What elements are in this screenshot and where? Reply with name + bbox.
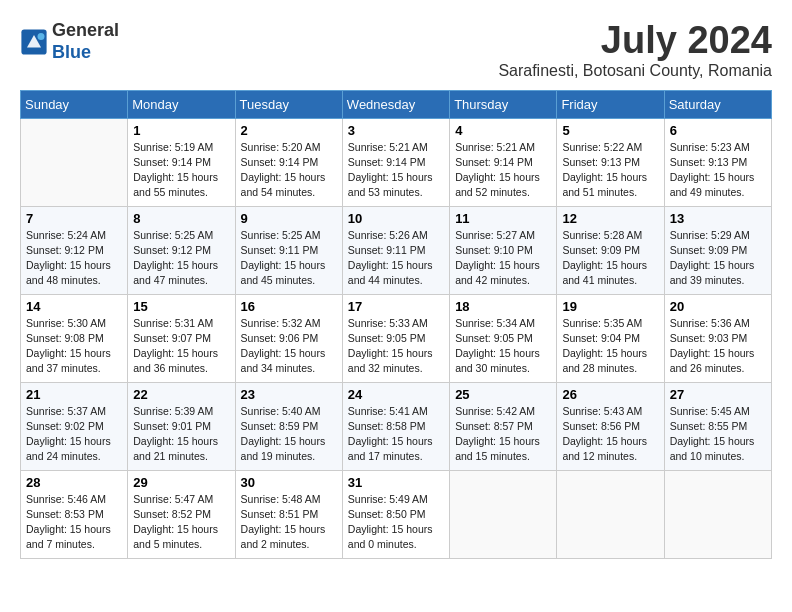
calendar-day-cell: 7Sunrise: 5:24 AM Sunset: 9:12 PM Daylig… (21, 206, 128, 294)
logo: General Blue (20, 20, 119, 63)
calendar-day-cell (557, 470, 664, 558)
calendar-day-cell: 6Sunrise: 5:23 AM Sunset: 9:13 PM Daylig… (664, 118, 771, 206)
calendar-day-cell (450, 470, 557, 558)
day-info: Sunrise: 5:20 AM Sunset: 9:14 PM Dayligh… (241, 140, 337, 201)
calendar-week-row: 28Sunrise: 5:46 AM Sunset: 8:53 PM Dayli… (21, 470, 772, 558)
svg-point-2 (38, 32, 45, 39)
title-area: July 2024 Sarafinesti, Botosani County, … (498, 20, 772, 80)
day-number: 27 (670, 387, 766, 402)
day-info: Sunrise: 5:46 AM Sunset: 8:53 PM Dayligh… (26, 492, 122, 553)
day-number: 8 (133, 211, 229, 226)
logo-general-text: General (52, 20, 119, 40)
location-title: Sarafinesti, Botosani County, Romania (498, 62, 772, 80)
header: General Blue July 2024 Sarafinesti, Boto… (20, 20, 772, 80)
day-number: 13 (670, 211, 766, 226)
day-info: Sunrise: 5:39 AM Sunset: 9:01 PM Dayligh… (133, 404, 229, 465)
calendar-day-cell (664, 470, 771, 558)
day-info: Sunrise: 5:29 AM Sunset: 9:09 PM Dayligh… (670, 228, 766, 289)
calendar-day-cell: 23Sunrise: 5:40 AM Sunset: 8:59 PM Dayli… (235, 382, 342, 470)
calendar-body: 1Sunrise: 5:19 AM Sunset: 9:14 PM Daylig… (21, 118, 772, 558)
day-number: 18 (455, 299, 551, 314)
day-number: 11 (455, 211, 551, 226)
weekday-header-cell: Wednesday (342, 90, 449, 118)
day-info: Sunrise: 5:48 AM Sunset: 8:51 PM Dayligh… (241, 492, 337, 553)
weekday-header-cell: Thursday (450, 90, 557, 118)
day-info: Sunrise: 5:27 AM Sunset: 9:10 PM Dayligh… (455, 228, 551, 289)
day-number: 14 (26, 299, 122, 314)
day-info: Sunrise: 5:21 AM Sunset: 9:14 PM Dayligh… (348, 140, 444, 201)
day-number: 25 (455, 387, 551, 402)
calendar-day-cell: 8Sunrise: 5:25 AM Sunset: 9:12 PM Daylig… (128, 206, 235, 294)
calendar-day-cell: 21Sunrise: 5:37 AM Sunset: 9:02 PM Dayli… (21, 382, 128, 470)
day-info: Sunrise: 5:21 AM Sunset: 9:14 PM Dayligh… (455, 140, 551, 201)
calendar-week-row: 14Sunrise: 5:30 AM Sunset: 9:08 PM Dayli… (21, 294, 772, 382)
calendar-day-cell: 10Sunrise: 5:26 AM Sunset: 9:11 PM Dayli… (342, 206, 449, 294)
calendar-day-cell: 17Sunrise: 5:33 AM Sunset: 9:05 PM Dayli… (342, 294, 449, 382)
calendar-day-cell (21, 118, 128, 206)
day-number: 26 (562, 387, 658, 402)
weekday-header-cell: Sunday (21, 90, 128, 118)
calendar-day-cell: 31Sunrise: 5:49 AM Sunset: 8:50 PM Dayli… (342, 470, 449, 558)
day-number: 15 (133, 299, 229, 314)
calendar-week-row: 1Sunrise: 5:19 AM Sunset: 9:14 PM Daylig… (21, 118, 772, 206)
day-number: 12 (562, 211, 658, 226)
day-number: 30 (241, 475, 337, 490)
day-info: Sunrise: 5:40 AM Sunset: 8:59 PM Dayligh… (241, 404, 337, 465)
day-number: 2 (241, 123, 337, 138)
calendar-day-cell: 3Sunrise: 5:21 AM Sunset: 9:14 PM Daylig… (342, 118, 449, 206)
day-info: Sunrise: 5:28 AM Sunset: 9:09 PM Dayligh… (562, 228, 658, 289)
day-number: 29 (133, 475, 229, 490)
day-number: 16 (241, 299, 337, 314)
day-number: 28 (26, 475, 122, 490)
day-info: Sunrise: 5:23 AM Sunset: 9:13 PM Dayligh… (670, 140, 766, 201)
day-info: Sunrise: 5:35 AM Sunset: 9:04 PM Dayligh… (562, 316, 658, 377)
day-number: 20 (670, 299, 766, 314)
day-info: Sunrise: 5:36 AM Sunset: 9:03 PM Dayligh… (670, 316, 766, 377)
day-number: 7 (26, 211, 122, 226)
day-info: Sunrise: 5:43 AM Sunset: 8:56 PM Dayligh… (562, 404, 658, 465)
day-info: Sunrise: 5:31 AM Sunset: 9:07 PM Dayligh… (133, 316, 229, 377)
day-number: 19 (562, 299, 658, 314)
day-info: Sunrise: 5:25 AM Sunset: 9:11 PM Dayligh… (241, 228, 337, 289)
day-info: Sunrise: 5:47 AM Sunset: 8:52 PM Dayligh… (133, 492, 229, 553)
day-info: Sunrise: 5:26 AM Sunset: 9:11 PM Dayligh… (348, 228, 444, 289)
day-number: 17 (348, 299, 444, 314)
day-number: 21 (26, 387, 122, 402)
day-info: Sunrise: 5:22 AM Sunset: 9:13 PM Dayligh… (562, 140, 658, 201)
day-info: Sunrise: 5:41 AM Sunset: 8:58 PM Dayligh… (348, 404, 444, 465)
calendar-day-cell: 22Sunrise: 5:39 AM Sunset: 9:01 PM Dayli… (128, 382, 235, 470)
calendar-day-cell: 19Sunrise: 5:35 AM Sunset: 9:04 PM Dayli… (557, 294, 664, 382)
calendar-day-cell: 29Sunrise: 5:47 AM Sunset: 8:52 PM Dayli… (128, 470, 235, 558)
day-info: Sunrise: 5:25 AM Sunset: 9:12 PM Dayligh… (133, 228, 229, 289)
calendar-day-cell: 28Sunrise: 5:46 AM Sunset: 8:53 PM Dayli… (21, 470, 128, 558)
calendar-day-cell: 14Sunrise: 5:30 AM Sunset: 9:08 PM Dayli… (21, 294, 128, 382)
calendar-day-cell: 24Sunrise: 5:41 AM Sunset: 8:58 PM Dayli… (342, 382, 449, 470)
calendar-day-cell: 27Sunrise: 5:45 AM Sunset: 8:55 PM Dayli… (664, 382, 771, 470)
calendar-day-cell: 5Sunrise: 5:22 AM Sunset: 9:13 PM Daylig… (557, 118, 664, 206)
day-number: 31 (348, 475, 444, 490)
calendar-week-row: 7Sunrise: 5:24 AM Sunset: 9:12 PM Daylig… (21, 206, 772, 294)
weekday-header-cell: Monday (128, 90, 235, 118)
day-number: 10 (348, 211, 444, 226)
calendar-day-cell: 4Sunrise: 5:21 AM Sunset: 9:14 PM Daylig… (450, 118, 557, 206)
calendar-day-cell: 1Sunrise: 5:19 AM Sunset: 9:14 PM Daylig… (128, 118, 235, 206)
calendar-day-cell: 12Sunrise: 5:28 AM Sunset: 9:09 PM Dayli… (557, 206, 664, 294)
weekday-header-cell: Friday (557, 90, 664, 118)
day-number: 9 (241, 211, 337, 226)
day-number: 1 (133, 123, 229, 138)
day-info: Sunrise: 5:37 AM Sunset: 9:02 PM Dayligh… (26, 404, 122, 465)
day-info: Sunrise: 5:32 AM Sunset: 9:06 PM Dayligh… (241, 316, 337, 377)
calendar-day-cell: 2Sunrise: 5:20 AM Sunset: 9:14 PM Daylig… (235, 118, 342, 206)
day-number: 3 (348, 123, 444, 138)
calendar-day-cell: 25Sunrise: 5:42 AM Sunset: 8:57 PM Dayli… (450, 382, 557, 470)
day-info: Sunrise: 5:34 AM Sunset: 9:05 PM Dayligh… (455, 316, 551, 377)
calendar-day-cell: 26Sunrise: 5:43 AM Sunset: 8:56 PM Dayli… (557, 382, 664, 470)
month-title: July 2024 (498, 20, 772, 62)
calendar-day-cell: 9Sunrise: 5:25 AM Sunset: 9:11 PM Daylig… (235, 206, 342, 294)
logo-icon (20, 28, 48, 56)
day-number: 5 (562, 123, 658, 138)
day-info: Sunrise: 5:24 AM Sunset: 9:12 PM Dayligh… (26, 228, 122, 289)
day-number: 22 (133, 387, 229, 402)
calendar-day-cell: 30Sunrise: 5:48 AM Sunset: 8:51 PM Dayli… (235, 470, 342, 558)
calendar-day-cell: 20Sunrise: 5:36 AM Sunset: 9:03 PM Dayli… (664, 294, 771, 382)
